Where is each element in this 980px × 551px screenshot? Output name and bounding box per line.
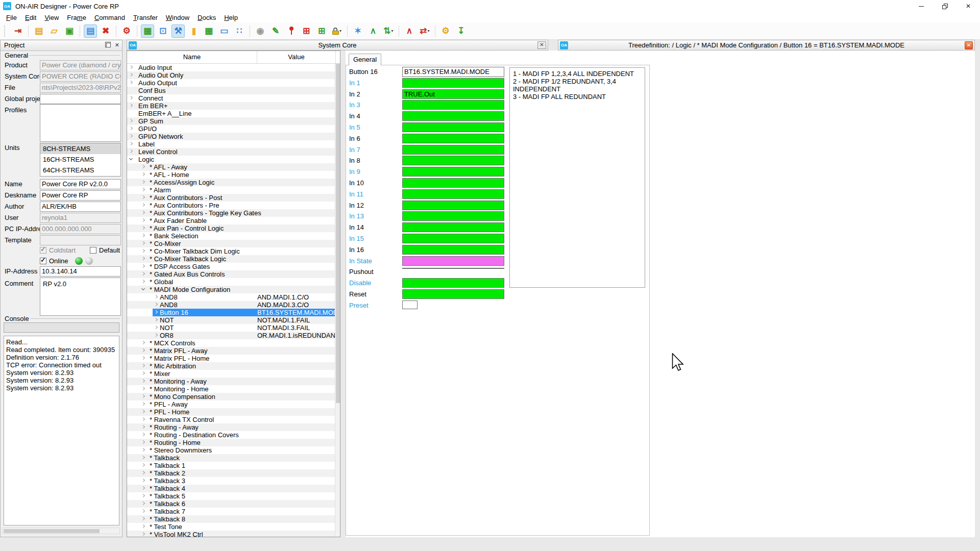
expander-chevron-icon[interactable] xyxy=(141,463,145,467)
expander-chevron-icon[interactable] xyxy=(141,165,145,168)
button-16-field[interactable]: BT16.SYSTEM.MADI.MODE xyxy=(402,67,504,77)
expander-chevron-icon[interactable] xyxy=(154,333,158,337)
column-header-name[interactable]: Name xyxy=(127,51,257,63)
tree-row[interactable]: * PFL - Home xyxy=(127,408,336,416)
tree-row[interactable]: * Talkback 5 xyxy=(127,492,336,500)
expander-chevron-icon[interactable] xyxy=(141,371,145,375)
in-state-field[interactable] xyxy=(402,256,504,266)
expander-chevron-icon[interactable] xyxy=(141,433,145,436)
units-item[interactable]: 16CH-STREAMS xyxy=(40,154,120,165)
reset-field[interactable] xyxy=(402,289,504,299)
pushout-field[interactable] xyxy=(402,268,504,269)
units-listbox[interactable]: 8CH-STREAMS16CH-STREAMS64CH-STREAMS xyxy=(40,143,121,177)
sort-arrows-button[interactable]: ⇅▾ xyxy=(382,24,395,38)
tree-row[interactable]: * Co-Mixer Talkback Dim Logic xyxy=(127,247,336,255)
close-button[interactable]: ✕ xyxy=(957,0,980,12)
in-14-field[interactable] xyxy=(402,222,504,232)
expander-chevron-icon[interactable] xyxy=(141,226,145,230)
expander-chevron-icon[interactable] xyxy=(141,211,145,214)
tab-general[interactable]: General xyxy=(349,54,381,65)
tree-row[interactable]: * Mono Compensation xyxy=(127,393,336,400)
menu-view[interactable]: View xyxy=(40,13,63,22)
expander-chevron-icon[interactable] xyxy=(141,479,145,482)
tree-row[interactable]: * Aux Pan - Control Logic xyxy=(127,224,336,232)
tree-row[interactable]: * Aux Contributors - Pre xyxy=(127,202,336,209)
expander-chevron-icon[interactable] xyxy=(154,295,158,298)
tree-row[interactable]: * Monitoring - Away xyxy=(127,378,336,385)
import-download-button[interactable]: ↧ xyxy=(454,24,468,38)
expander-chevron-icon[interactable] xyxy=(129,65,133,69)
expander-chevron-icon[interactable] xyxy=(141,341,145,344)
tree-row[interactable]: NOTNOT.MADI.1.FAIL xyxy=(127,316,336,324)
tree-row[interactable]: EmBER+ A__Line xyxy=(127,110,336,117)
close-panel-icon[interactable]: ✕ xyxy=(115,43,119,47)
tree-row[interactable]: Connect xyxy=(127,94,336,102)
tree-vscrollbar-thumb[interactable] xyxy=(336,64,340,403)
in-16-field[interactable] xyxy=(402,245,504,255)
expander-chevron-icon[interactable] xyxy=(129,157,133,160)
magic-wand-button[interactable]: ✶ xyxy=(351,24,364,38)
float-panel-icon[interactable] xyxy=(106,43,111,47)
tree-row[interactable]: GP Sum xyxy=(127,117,336,125)
tree-row[interactable]: * Global xyxy=(127,278,336,286)
tree-row[interactable]: * MADI Mode Configuration xyxy=(127,286,336,293)
tree-row[interactable]: Audio Output xyxy=(127,79,336,87)
in-8-field[interactable] xyxy=(402,156,504,165)
coldstart-checkbox[interactable] xyxy=(40,247,46,254)
expander-chevron-icon[interactable] xyxy=(141,502,145,505)
tree-row[interactable]: * VisTool MK2 Ctrl xyxy=(127,531,336,537)
menu-window[interactable]: Window xyxy=(162,13,193,22)
tree-row[interactable]: * Talkback 1 xyxy=(127,462,336,469)
tree-row[interactable]: * Talkback 4 xyxy=(127,485,336,492)
menu-transfer[interactable]: Transfer xyxy=(129,13,162,22)
expander-chevron-icon[interactable] xyxy=(141,471,145,474)
online-checkbox[interactable] xyxy=(40,258,46,264)
console-input[interactable] xyxy=(4,322,119,333)
coldstart-checkbox-row[interactable]: Coldstart xyxy=(40,246,87,254)
audio-meters-button[interactable]: ||| xyxy=(187,24,200,38)
column-header-value[interactable]: Value xyxy=(257,51,336,63)
expander-chevron-icon[interactable] xyxy=(141,203,145,207)
in-12-field[interactable] xyxy=(402,201,504,210)
tree-row[interactable]: * Bank Selection xyxy=(127,232,336,240)
collapse-tree-button[interactable]: ∧ xyxy=(366,24,380,38)
in-13-field[interactable] xyxy=(402,211,504,221)
expander-chevron-icon[interactable] xyxy=(141,509,145,513)
expander-chevron-icon[interactable] xyxy=(129,142,133,145)
expander-chevron-icon[interactable] xyxy=(141,448,145,452)
tree-row[interactable]: * Ravenna TX Control xyxy=(127,416,336,423)
restore-button[interactable] xyxy=(933,0,957,12)
expander-chevron-icon[interactable] xyxy=(141,272,145,276)
tree-row[interactable]: GPI/O xyxy=(127,125,336,133)
in-6-field[interactable] xyxy=(402,134,504,143)
expander-chevron-icon[interactable] xyxy=(154,318,158,321)
tree-row[interactable]: * MCX Controls xyxy=(127,339,336,347)
window-split-button[interactable]: ⊡ xyxy=(156,24,169,38)
expander-chevron-icon[interactable] xyxy=(129,134,133,138)
tree-row[interactable]: * Matrix PFL - Home xyxy=(127,355,336,362)
tree-row[interactable]: * Co-Mixer xyxy=(127,240,336,247)
export-project-button[interactable]: ⇥ xyxy=(11,24,24,38)
expander-chevron-icon[interactable] xyxy=(129,104,133,107)
expander-chevron-icon[interactable] xyxy=(141,410,145,413)
tree-row[interactable]: AND8AND.MADI.1.C/O xyxy=(127,293,336,301)
pin-button[interactable] xyxy=(284,24,298,38)
expander-chevron-icon[interactable] xyxy=(129,127,133,130)
expander-chevron-icon[interactable] xyxy=(141,402,145,406)
expander-chevron-icon[interactable] xyxy=(154,303,158,306)
expander-chevron-icon[interactable] xyxy=(129,96,133,99)
expander-chevron-icon[interactable] xyxy=(141,356,145,360)
expander-chevron-icon[interactable] xyxy=(129,73,133,77)
expander-chevron-icon[interactable] xyxy=(141,387,145,390)
shuffle-button[interactable]: ⇄▾ xyxy=(418,24,431,38)
tree-row[interactable]: * Aux Fader Enable xyxy=(127,217,336,224)
project-hscrollbar-thumb[interactable] xyxy=(4,529,100,533)
tree-row[interactable]: * Talkback 8 xyxy=(127,515,336,523)
expander-chevron-icon[interactable] xyxy=(141,379,145,383)
in-4-field[interactable] xyxy=(402,111,504,121)
expander-chevron-icon[interactable] xyxy=(141,257,145,260)
tree-row[interactable]: Level Control xyxy=(127,148,336,156)
expander-chevron-icon[interactable] xyxy=(141,532,145,536)
expander-chevron-icon[interactable] xyxy=(129,149,133,153)
tree-row[interactable]: AND8AND.MADI.3.C/O xyxy=(127,301,336,309)
